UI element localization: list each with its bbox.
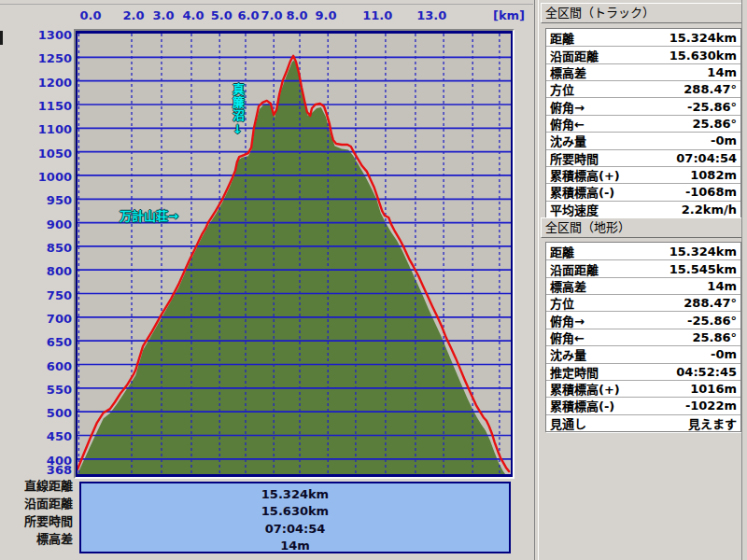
stat-row: 俯角←25.86° bbox=[546, 115, 740, 132]
stat-value: 25.86° bbox=[692, 330, 737, 344]
stat-value: 288.47° bbox=[684, 296, 737, 310]
plot-frame: 真簾沼↓万計山荘→ bbox=[74, 29, 514, 479]
distance-axis-unit: [km] bbox=[493, 8, 525, 22]
stat-row: 推定時間04:52:45 bbox=[546, 363, 740, 380]
summary-value: 15.630km bbox=[81, 503, 509, 520]
distance-tick-label: 13.0 bbox=[416, 8, 446, 22]
elevation-tick-label: 800 bbox=[0, 265, 72, 278]
stat-value: -1068m bbox=[685, 185, 737, 199]
stat-value: -25.86° bbox=[687, 100, 737, 114]
stat-row: 俯角←25.86° bbox=[546, 329, 740, 345]
distance-tick-label: 8.0 bbox=[286, 8, 307, 22]
stat-value: 15.324km bbox=[669, 31, 737, 45]
elevation-tick-label: 900 bbox=[0, 218, 72, 231]
elevation-tick-label: 700 bbox=[0, 313, 72, 326]
summary-label: 所要時間 bbox=[0, 514, 73, 528]
summary-label: 直線距離 bbox=[0, 479, 73, 493]
stat-row: 距離15.324km bbox=[546, 29, 740, 46]
distance-tick-label: 4.0 bbox=[183, 8, 204, 22]
stat-value: 1016m bbox=[690, 382, 737, 396]
stat-value: 288.47° bbox=[684, 82, 737, 96]
stat-row: 方位288.47° bbox=[546, 80, 740, 97]
stat-label: 推定時間 bbox=[550, 363, 599, 381]
elevation-base-label: 368 bbox=[0, 464, 72, 477]
distance-tick-label: 2.0 bbox=[122, 8, 144, 22]
stat-label: 俯角→ bbox=[550, 312, 585, 329]
elevation-tick-label: 1300 bbox=[0, 29, 72, 42]
stat-label: 見通し bbox=[550, 414, 586, 432]
stat-label: 標高差 bbox=[550, 277, 586, 295]
stats-table-track: 距離15.324km沿面距離15.630km標高差14m方位288.47°俯角→… bbox=[545, 28, 741, 218]
plot-inner-frame: 真簾沼↓万計山荘→ bbox=[76, 31, 513, 477]
annotation-mamisu-numa: 真簾沼↓ bbox=[231, 83, 244, 137]
stat-value: 07:04:54 bbox=[676, 151, 737, 165]
summary-box: 15.324km15.630km07:04:5414m bbox=[79, 482, 511, 553]
stat-value: 14m bbox=[707, 279, 737, 293]
distance-tick-label: 3.0 bbox=[153, 8, 175, 22]
stat-row: 俯角→-25.86° bbox=[546, 97, 740, 114]
elevation-axis: 1300125012001150110010501000950900850800… bbox=[0, 0, 73, 523]
distance-axis: 0.02.03.04.05.06.07.08.09.011.013.0[km] bbox=[79, 0, 513, 26]
stat-value: 1082m bbox=[690, 168, 737, 182]
stat-row: 標高差14m bbox=[546, 63, 740, 80]
stat-row: 累積標高(+)1016m bbox=[546, 380, 740, 397]
stat-label: 累積標高(+) bbox=[550, 166, 620, 184]
stat-row: 俯角→-25.86° bbox=[546, 311, 740, 328]
stat-row: 沈み量-0m bbox=[546, 345, 740, 362]
stat-value: 04:52:45 bbox=[676, 365, 737, 379]
stats-header-terrain: 全区間（地形） bbox=[541, 217, 742, 238]
elevation-tick-label: 850 bbox=[0, 242, 72, 255]
summary-value: 07:04:54 bbox=[81, 521, 509, 538]
summary-value: 15.324km bbox=[81, 486, 509, 503]
stats-header-track: 全区間（トラック） bbox=[541, 3, 742, 23]
stat-label: 所要時間 bbox=[550, 149, 599, 167]
elevation-tick-label: 500 bbox=[0, 407, 72, 420]
stat-label: 距離 bbox=[550, 29, 574, 47]
stat-value: -0m bbox=[711, 133, 737, 147]
stat-row: 沈み量-0m bbox=[546, 132, 740, 148]
stat-label: 累積標高(-) bbox=[550, 183, 614, 201]
stat-value: 見えます bbox=[688, 414, 737, 432]
stat-row: 距離15.324km bbox=[546, 243, 740, 259]
stat-value: 15.545km bbox=[669, 262, 737, 276]
stat-row: 累積標高(-)-1022m bbox=[546, 397, 740, 413]
elevation-profile-chart bbox=[78, 34, 511, 474]
distance-tick-label: 5.0 bbox=[211, 8, 233, 22]
stat-row: 方位288.47° bbox=[546, 294, 740, 311]
panel-right-border bbox=[741, 0, 742, 560]
plot-area[interactable]: 真簾沼↓万計山荘→ bbox=[78, 34, 511, 474]
stat-row: 沿面距離15.545km bbox=[546, 259, 740, 276]
elevation-tick-label: 450 bbox=[0, 430, 72, 443]
stat-row: 標高差14m bbox=[546, 277, 740, 294]
elevation-tick-label: 1150 bbox=[0, 100, 72, 113]
elevation-tick-label: 750 bbox=[0, 289, 72, 302]
elevation-tick-label: 1200 bbox=[0, 77, 72, 90]
stat-value: 15.630km bbox=[669, 49, 737, 63]
distance-tick-label: 6.0 bbox=[237, 8, 259, 22]
stat-label: 俯角← bbox=[550, 329, 585, 346]
distance-tick-label: 9.0 bbox=[316, 8, 337, 22]
stat-label: 俯角← bbox=[550, 115, 585, 133]
elevation-tick-label: 1250 bbox=[0, 52, 72, 65]
annotation-bankei-sanso: 万計山荘→ bbox=[120, 206, 178, 224]
stat-label: 平均速度 bbox=[550, 201, 599, 218]
stat-label: 沈み量 bbox=[550, 345, 586, 363]
stat-value: -0m bbox=[711, 347, 737, 361]
distance-tick-label: 11.0 bbox=[362, 8, 392, 22]
elevation-tick-label: 600 bbox=[0, 360, 72, 373]
elevation-tick-label: 650 bbox=[0, 336, 72, 349]
stats-region: 全区間（トラック） 距離15.324km沿面距離15.630km標高差14m方位… bbox=[539, 0, 747, 560]
elevation-tick-label: 1000 bbox=[0, 171, 72, 184]
elevation-tick-label: 950 bbox=[0, 194, 72, 207]
stat-row: 平均速度2.2km/h bbox=[546, 201, 740, 217]
elevation-tick-label: 1050 bbox=[0, 147, 72, 161]
summary-label: 標高差 bbox=[0, 532, 73, 546]
distance-tick-label: 0.0 bbox=[80, 8, 102, 22]
stat-label: 方位 bbox=[550, 80, 574, 98]
stat-label: 標高差 bbox=[550, 63, 586, 81]
stat-label: 沈み量 bbox=[550, 132, 586, 149]
elevation-tick-label: 550 bbox=[0, 384, 72, 397]
stat-row: 沿面距離15.630km bbox=[546, 46, 740, 63]
stat-label: 方位 bbox=[550, 294, 574, 312]
elevation-graph-region: 0.02.03.04.05.06.07.08.09.011.013.0[km] … bbox=[0, 0, 534, 560]
